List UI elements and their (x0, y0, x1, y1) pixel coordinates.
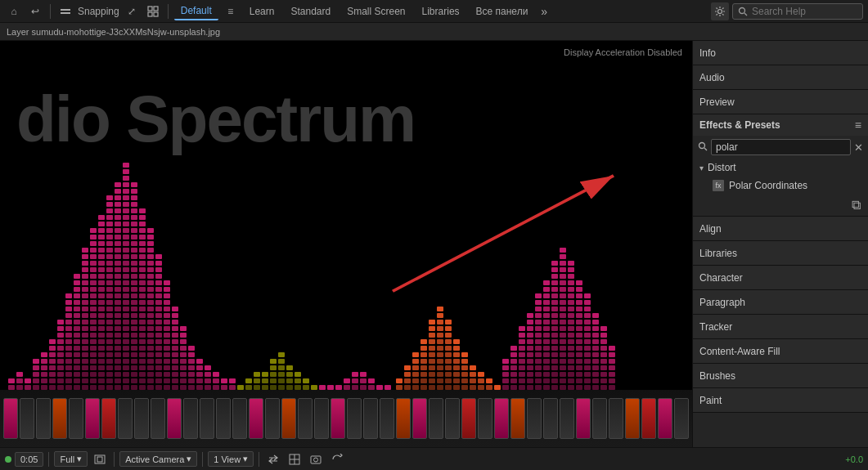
panel-character[interactable]: Character (693, 266, 868, 290)
bar-segment (98, 326, 105, 331)
snapping-label[interactable]: Snapping (78, 6, 119, 17)
effects-search-input[interactable] (711, 139, 851, 155)
panel-content-aware-fill[interactable]: Content-Aware Fill (693, 339, 868, 364)
transfer-icon[interactable] (264, 450, 282, 468)
panel-caf-label: Content-Aware Fill (699, 346, 780, 357)
panel-align[interactable]: Align (693, 217, 868, 241)
bar-segment (560, 274, 566, 279)
bar-segment (155, 352, 162, 357)
bar-segment (106, 248, 113, 253)
rotate-icon[interactable] (328, 450, 346, 468)
bar-column (164, 280, 170, 390)
panel-preview[interactable]: Preview (693, 90, 868, 114)
bar-segment (172, 378, 178, 383)
tab-all-panels[interactable]: Все панели (470, 3, 535, 20)
bar-segment (123, 359, 129, 364)
bar-segment (445, 333, 452, 338)
bar-segment (106, 307, 113, 311)
bar-segment (584, 326, 591, 331)
bar-column (600, 326, 607, 390)
bar-segment (155, 261, 162, 266)
bar-segment (576, 372, 582, 377)
bar-column (352, 372, 358, 390)
bar-segment (65, 365, 72, 370)
bar-segment (560, 365, 566, 370)
bar-segment (82, 333, 88, 338)
polar-coordinates-item[interactable]: fx Polar Coordinates (693, 177, 868, 195)
bar-segment (286, 378, 293, 383)
settings-button[interactable] (711, 2, 729, 20)
resolution-dropdown[interactable]: Full ▾ (54, 451, 88, 467)
bar-segment (445, 339, 452, 344)
svg-rect-0 (61, 9, 70, 11)
bar-segment (57, 346, 64, 351)
panel-info[interactable]: Info (693, 41, 868, 65)
panel-libraries[interactable]: Libraries (693, 241, 868, 266)
distort-group-header[interactable]: ▾ Distort (693, 159, 868, 177)
panel-bottom-icon[interactable]: ⧉ (847, 196, 865, 214)
tab-small-screen[interactable]: Small Screen (340, 3, 412, 20)
grid2-icon[interactable] (286, 450, 304, 468)
panel-paint[interactable]: Paint (693, 388, 868, 413)
expand-icon[interactable]: ⤢ (123, 2, 141, 20)
snapping-icon[interactable] (56, 2, 74, 20)
camera-dropdown[interactable]: Active Camera ▾ (119, 451, 197, 467)
bar-segment (90, 293, 97, 298)
bar-segment (576, 320, 582, 325)
bar-column (25, 378, 31, 390)
bar-segment (576, 339, 582, 344)
panel-audio[interactable]: Audio (693, 65, 868, 90)
undo-icon[interactable]: ↩ (26, 2, 44, 20)
home-icon[interactable]: ⌂ (5, 2, 23, 20)
bar-segment (65, 326, 72, 331)
bar-segment (527, 313, 533, 318)
bar-segment (147, 352, 154, 357)
grid-icon[interactable] (144, 2, 162, 20)
bar-segment (90, 372, 97, 377)
panel-brushes[interactable]: Brushes (693, 364, 868, 388)
bar-segment (560, 248, 566, 253)
panel-paragraph[interactable]: Paragraph (693, 290, 868, 315)
tab-standard[interactable]: Standard (284, 3, 337, 20)
bar-segment (453, 352, 460, 357)
search-help-input[interactable] (752, 6, 850, 17)
bar-segment (57, 359, 64, 364)
bar-segment (412, 365, 419, 370)
bar-segment (180, 339, 187, 344)
more-tabs-icon[interactable]: » (541, 5, 547, 18)
resolution-icon[interactable] (91, 450, 109, 468)
bar-segment (609, 346, 615, 351)
bar-segment (155, 346, 162, 351)
bar-segment (535, 307, 542, 311)
bar-column (576, 280, 582, 390)
bar-segment (551, 339, 558, 344)
bar-segment (82, 352, 88, 357)
bar-segment (600, 372, 607, 377)
bar-segment (155, 307, 162, 311)
tab-libraries[interactable]: Libraries (416, 3, 466, 20)
panel-menu-icon[interactable]: ≡ (855, 119, 861, 132)
bar-segment (421, 378, 427, 383)
bar-segment (139, 235, 146, 239)
views-dropdown[interactable]: 1 View ▾ (208, 451, 254, 467)
bar-column (368, 378, 375, 390)
bar-segment (535, 372, 542, 377)
bar-segment (172, 365, 178, 370)
bar-segment (172, 339, 178, 344)
bar-segment (90, 313, 97, 318)
camera2-icon[interactable] (307, 450, 325, 468)
tab-learn[interactable]: Learn (243, 3, 281, 20)
bar-column (286, 365, 293, 390)
bar-segment (139, 359, 146, 364)
search-help-bar[interactable] (732, 3, 863, 20)
panel-tracker[interactable]: Tracker (693, 315, 868, 339)
bar-segment (592, 326, 599, 331)
bar-column (609, 346, 615, 390)
effects-presets-header[interactable]: Effects & Presets ≡ (693, 114, 868, 136)
tab-menu-icon[interactable]: ≡ (222, 2, 240, 20)
tab-default[interactable]: Default (174, 2, 218, 20)
bar-column (303, 378, 309, 390)
keyboard-key (134, 398, 149, 439)
clear-search-button[interactable]: ✕ (854, 142, 863, 153)
bar-segment (510, 352, 517, 357)
